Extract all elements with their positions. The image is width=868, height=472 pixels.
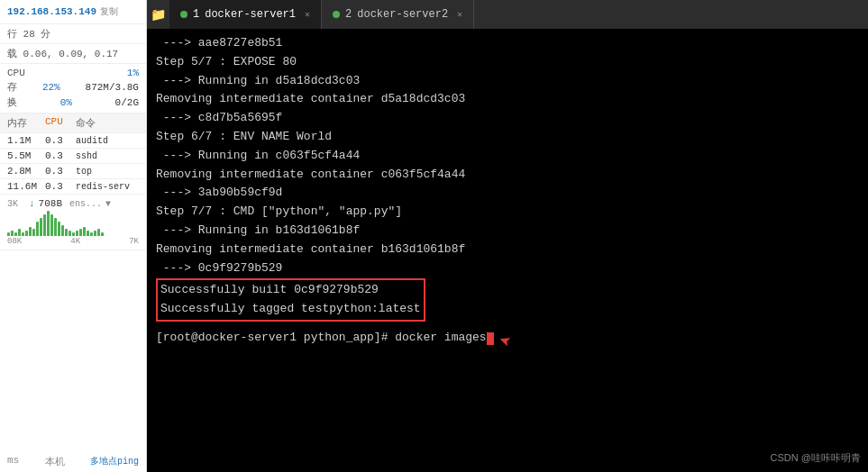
chart-bar (43, 214, 46, 236)
prompt-wrapper: [root@docker-server1 python_app]# docker… (156, 322, 859, 354)
terminal-line: Removing intermediate container b163d106… (156, 241, 859, 259)
proc-mem: 11.6M (7, 181, 41, 192)
terminal-line: ---> Running in c063f5cf4a44 (156, 147, 859, 166)
red-arrow-icon: ➤ (494, 322, 516, 356)
tab-close-1[interactable]: ✕ (305, 9, 310, 20)
swap-stat: 换 0% 0/2G (7, 95, 139, 109)
tab-docker-server1[interactable]: 1 docker-server1 ✕ (169, 0, 322, 29)
tab-name-2: docker-server2 (357, 8, 448, 21)
tab-close-2[interactable]: ✕ (457, 9, 462, 20)
success-line: Successfully tagged testpython:latest (160, 300, 421, 319)
chart-bar (11, 231, 14, 236)
chart-label-3k: 3K (7, 199, 25, 209)
bottom-label: ms (7, 455, 19, 468)
terminal-content[interactable]: ---> aae8727e8b51Step 5/7 : EXPOSE 80 --… (147, 29, 868, 472)
terminal-line: Step 6/7 : ENV NAME World (156, 128, 859, 147)
mem-percent: 22% (42, 82, 60, 93)
tab-label-2: 2 (345, 8, 352, 21)
chart-y-08k: 08K (7, 237, 22, 246)
sidebar: 192.168.153.149 复制 行 28 分 载 0.06, 0.09, … (0, 0, 147, 472)
terminal-line: ---> c8d7b5a5695f (156, 109, 859, 128)
chart-bar (18, 229, 21, 236)
mem-detail: 872M/3.8G (86, 82, 139, 93)
process-row: 5.5M 0.3 sshd (0, 149, 146, 164)
proc-cmd: auditd (76, 136, 139, 146)
chart-bar (76, 231, 78, 236)
terminal-line: ---> aae8727e8b51 (156, 34, 859, 53)
chart-bar (50, 214, 53, 236)
chart-bar (32, 229, 35, 236)
chart-bar (83, 227, 86, 236)
terminal-line: ---> Running in b163d1061b8f (156, 222, 859, 241)
chart-bar (54, 218, 57, 236)
proc-cpu: 0.3 (45, 150, 72, 161)
process-table-header: 内存 CPU 命令 (0, 113, 146, 133)
process-list: 1.1M 0.3 auditd 5.5M 0.3 sshd 2.8M 0.3 t… (0, 133, 146, 195)
chart-bar (97, 229, 100, 236)
csdn-watermark: CSDN @哇咔咔明青 (771, 451, 861, 465)
chart-bar (65, 229, 68, 236)
chart-y-labels: 08K 4K 7K (7, 237, 139, 246)
copy-button[interactable]: 复制 (100, 5, 118, 18)
uptime: 行 28 分 (0, 24, 146, 44)
proc-cpu: 0.3 (45, 135, 72, 146)
proc-cmd: redis-serv (76, 182, 139, 192)
chart-bar (79, 229, 82, 236)
terminal-wrapper: ---> aae8727e8b51Step 5/7 : EXPOSE 80 --… (147, 29, 868, 472)
proc-cpu: 0.3 (45, 166, 72, 177)
proc-mem: 2.8M (7, 166, 41, 177)
network-chart-area: 3K ↓ 708B ens... ▼ 08K 4K 7K (0, 195, 146, 250)
cpu-label: CPU (7, 68, 25, 78)
chart-bar (22, 232, 24, 236)
dropdown-icon[interactable]: ▼ (105, 199, 111, 209)
cpu-stat: CPU 1% (7, 68, 139, 78)
prompt-text: [root@docker-server1 python_app]# docker… (156, 329, 487, 348)
proc-cmd: sshd (76, 151, 139, 161)
terminal-line: Removing intermediate container c063f5cf… (156, 166, 859, 185)
chart-bar (58, 222, 60, 236)
process-row: 1.1M 0.3 auditd (0, 133, 146, 149)
tab-docker-server2[interactable]: 2 docker-server2 ✕ (322, 0, 474, 29)
process-row: 2.8M 0.3 top (0, 164, 146, 179)
chart-bar (25, 231, 28, 236)
chart-bar (94, 231, 96, 236)
swap-percent: 0% (60, 97, 72, 108)
terminal-line: Removing intermediate container d5a18dcd… (156, 90, 859, 109)
chart-bar (47, 211, 50, 236)
chart-bar (61, 225, 64, 236)
proc-mem: 5.5M (7, 150, 41, 161)
success-line: Successfully built 0c9f9279b529 (160, 281, 421, 300)
terminal-line: ---> Running in d5a18dcd3c03 (156, 72, 859, 91)
chart-label-row: 3K ↓ 708B ens... ▼ (7, 198, 139, 209)
col-header-cmd: 命令 (76, 116, 139, 130)
chart-y-4k: 4K (70, 237, 80, 246)
tab-dot-2 (333, 11, 340, 18)
terminal-line: Step 5/7 : EXPOSE 80 (156, 53, 859, 72)
system-stats: CPU 1% 存 22% 872M/3.8G 换 0% 0/2G (0, 64, 146, 113)
chart-bar (101, 232, 104, 236)
tab-label-1: 1 (193, 8, 199, 21)
chart-bars (7, 211, 139, 236)
terminal-line: Step 7/7 : CMD ["python", "app.py"] (156, 203, 859, 222)
terminal-line: ---> 0c9f9279b529 (156, 259, 859, 278)
col-header-cpu: CPU (45, 116, 72, 130)
cpu-value: 1% (127, 68, 139, 78)
tab-dot-1 (180, 11, 187, 18)
ping-label[interactable]: 多地点ping (90, 455, 139, 468)
chart-bar (90, 232, 93, 236)
chart-interface: ens... (69, 199, 102, 209)
proc-cmd: top (76, 167, 139, 177)
chart-bar (7, 232, 10, 236)
process-row: 11.6M 0.3 redis-serv (0, 179, 146, 195)
cursor (487, 332, 494, 345)
terminal-line: ---> 3ab90b59cf9d (156, 184, 859, 203)
down-arrow-icon: ↓ (29, 198, 35, 209)
terminal-prompt: [root@docker-server1 python_app]# docker… (156, 329, 494, 348)
chart-bar (14, 232, 17, 236)
chart-bar (40, 218, 42, 236)
swap-label: 换 (7, 95, 17, 109)
folder-icon: 📁 (151, 7, 166, 23)
proc-mem: 1.1M (7, 135, 41, 146)
bottom-right: 本机 (45, 455, 65, 468)
sidebar-header: 192.168.153.149 复制 (0, 0, 146, 24)
